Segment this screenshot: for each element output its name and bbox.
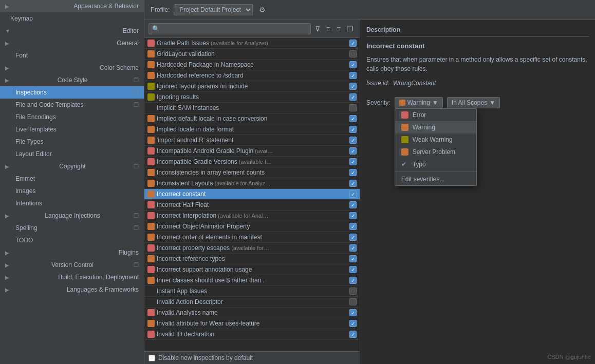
inspection-checkbox[interactable]	[349, 50, 357, 58]
watermark: CSDN @gujunhe	[547, 354, 591, 360]
inspection-checkbox[interactable]: ✓	[349, 83, 357, 90]
inspection-row[interactable]: Incorrect constant✓	[144, 189, 360, 200]
severity-button[interactable]: Warning ▼	[395, 97, 443, 108]
inspection-checkbox[interactable]: ✓	[349, 277, 357, 284]
sidebar-item-file-types[interactable]: File Types	[0, 136, 144, 148]
sidebar-item-plugins[interactable]: ▶ Plugins	[0, 246, 144, 259]
sidebar-item-code-style[interactable]: ▶ Code Style ❐	[0, 74, 144, 86]
inspection-row[interactable]: Invalid ID declaration✓	[144, 329, 360, 340]
sidebar-label-languages: Languages & Frameworks	[67, 286, 139, 293]
inspection-checkbox[interactable]: ✓	[349, 169, 357, 176]
inspection-row[interactable]: Implied locale in date format✓	[144, 124, 360, 135]
sidebar-item-general[interactable]: ▶ General	[0, 37, 144, 49]
sidebar-item-copyright[interactable]: ▶ Copyright ❐	[0, 160, 144, 173]
severity-option-server-problem[interactable]: Server Problem	[395, 146, 476, 158]
inspection-row[interactable]: Incompatible Android Gradle Plugin (avai…	[144, 146, 360, 157]
severity-option-weak-warning[interactable]: Weak Warning	[395, 133, 476, 146]
inspection-checkbox[interactable]: ✓	[349, 244, 357, 252]
inspection-checkbox[interactable]: ✓	[349, 223, 357, 230]
sidebar-item-inspections[interactable]: Inspections ❐	[0, 86, 144, 99]
sidebar-item-font[interactable]: Font	[0, 49, 144, 62]
inspection-row[interactable]: Incorrect Half Float✓	[144, 200, 360, 210]
inspection-row[interactable]: Hardcoded reference to /sdcard✓	[144, 70, 360, 81]
inspection-checkbox[interactable]: ✓	[349, 331, 357, 338]
issue-id: WrongConstant	[393, 80, 436, 87]
inspection-row[interactable]: Implicit SAM Instances	[144, 103, 360, 113]
inspection-row[interactable]: Inconsistent Layouts (available for Anal…	[144, 178, 360, 189]
inspection-checkbox[interactable]: ✓	[349, 93, 357, 101]
inspection-checkbox[interactable]: ✓	[349, 255, 357, 262]
sidebar-item-file-code-templates[interactable]: File and Code Templates ❐	[0, 99, 144, 111]
inspection-checkbox[interactable]: ✓	[349, 309, 357, 316]
sidebar-item-keymap[interactable]: Keymap	[0, 12, 144, 25]
inspection-checkbox[interactable]: ✓	[349, 190, 357, 198]
inspection-checkbox[interactable]: ✓	[349, 61, 357, 68]
severity-option-typo[interactable]: ✔ Typo	[395, 158, 476, 170]
scope-button[interactable]: In All Scopes ▼	[447, 97, 500, 108]
inspection-row[interactable]: Inner classes should use $ rather than .…	[144, 275, 360, 286]
inspection-checkbox[interactable]: ✓	[349, 126, 357, 133]
inspection-row[interactable]: Incorrect ObjectAnimator Property✓	[144, 221, 360, 232]
sidebar-item-intentions[interactable]: Intentions	[0, 197, 144, 209]
inspection-row[interactable]: GridLayout validation	[144, 49, 360, 60]
sidebar-item-color-scheme[interactable]: ▶ Color Scheme	[0, 62, 144, 74]
inspection-checkbox[interactable]: ✓	[349, 158, 357, 165]
copy-button[interactable]: ❐	[345, 24, 356, 34]
sidebar-item-build[interactable]: ▶ Build, Execution, Deployment	[0, 271, 144, 283]
inspection-checkbox[interactable]	[349, 288, 357, 295]
inspection-row[interactable]: Incorrect reference types✓	[144, 254, 360, 264]
inspection-row[interactable]: Ignoring results✓	[144, 92, 360, 103]
inspection-row[interactable]: Inconsistencies in array element counts✓	[144, 167, 360, 178]
inspection-checkbox[interactable]	[349, 298, 357, 305]
expand-all-button[interactable]: ≡	[324, 24, 332, 34]
sidebar-item-language-injections[interactable]: ▶ Language Injections ❐	[0, 209, 144, 222]
inspection-row[interactable]: Invalid attribute for Wear uses-feature✓	[144, 318, 360, 329]
inspection-checkbox[interactable]: ✓	[349, 147, 357, 155]
sidebar-item-file-encodings[interactable]: File Encodings	[0, 111, 144, 123]
inspection-checkbox[interactable]: ✓	[349, 212, 357, 219]
inspection-checkbox[interactable]: ✓	[349, 115, 357, 122]
inspection-row[interactable]: Incorrect support annotation usage✓	[144, 264, 360, 275]
sidebar-item-emmet[interactable]: Emmet	[0, 173, 144, 185]
disable-new-checkbox[interactable]	[148, 355, 155, 361]
gear-button[interactable]: ⚙	[257, 5, 268, 15]
search-input[interactable]	[148, 23, 311, 34]
severity-option-error[interactable]: Error	[395, 109, 476, 121]
inspection-checkbox[interactable]: ✓	[349, 234, 357, 241]
inspection-row-text: Invalid ID declaration	[157, 331, 347, 338]
filter-button[interactable]: ⊽	[313, 24, 322, 34]
severity-option-warning[interactable]: Warning	[395, 121, 476, 133]
inspection-row[interactable]: Incorrect property escapes (available fo…	[144, 243, 360, 254]
inspection-row[interactable]: Incorrect Interpolation (available for A…	[144, 210, 360, 221]
inspection-row[interactable]: Incorrect order of elements in manifest✓	[144, 232, 360, 243]
sidebar-item-layout-editor[interactable]: Layout Editor	[0, 148, 144, 160]
sidebar-item-spelling[interactable]: Spelling ❐	[0, 222, 144, 234]
inspection-row[interactable]: Incompatible Gradle Versions (available …	[144, 157, 360, 167]
inspection-row[interactable]: Gradle Path Issues (available for Analyz…	[144, 38, 360, 49]
inspection-row[interactable]: Hardcoded Package in Namespace✓	[144, 60, 360, 70]
inspection-row[interactable]: Invalid Action Descriptor	[144, 297, 360, 308]
severity-option-edit[interactable]: Edit severities...	[395, 173, 476, 185]
sidebar-item-todo[interactable]: TODO	[0, 234, 144, 246]
inspection-row[interactable]: Ignored layout params on include✓	[144, 81, 360, 92]
inspection-checkbox[interactable]: ✓	[349, 266, 357, 273]
collapse-all-button[interactable]: ≡	[334, 24, 343, 34]
sidebar-item-appearance-behavior[interactable]: ▶ Appearance & Behavior	[0, 0, 144, 12]
inspection-checkbox[interactable]: ✓	[349, 320, 357, 327]
inspection-checkbox[interactable]: ✓	[349, 72, 357, 79]
sidebar-item-live-templates[interactable]: Live Templates	[0, 123, 144, 136]
sidebar-item-version-control[interactable]: ▶ Version Control ❐	[0, 259, 144, 271]
inspection-row[interactable]: Implied default locale in case conversio…	[144, 113, 360, 124]
inspection-checkbox[interactable]: ✓	[349, 180, 357, 187]
inspection-checkbox[interactable]: ✓	[349, 137, 357, 144]
inspection-checkbox[interactable]: ✓	[349, 40, 357, 47]
sidebar-item-editor[interactable]: ▼ Editor	[0, 25, 144, 37]
inspection-checkbox[interactable]	[349, 104, 357, 111]
inspection-checkbox[interactable]: ✓	[349, 201, 357, 208]
inspection-row[interactable]: Instant App Issues	[144, 286, 360, 297]
sidebar-item-languages[interactable]: ▶ Languages & Frameworks	[0, 283, 144, 296]
sidebar-item-images[interactable]: Images	[0, 185, 144, 197]
inspection-row[interactable]: Invalid Analytics name✓	[144, 308, 360, 318]
inspection-row[interactable]: 'import android.R' statement✓	[144, 135, 360, 146]
profile-select[interactable]: Project Default Project	[174, 4, 253, 15]
